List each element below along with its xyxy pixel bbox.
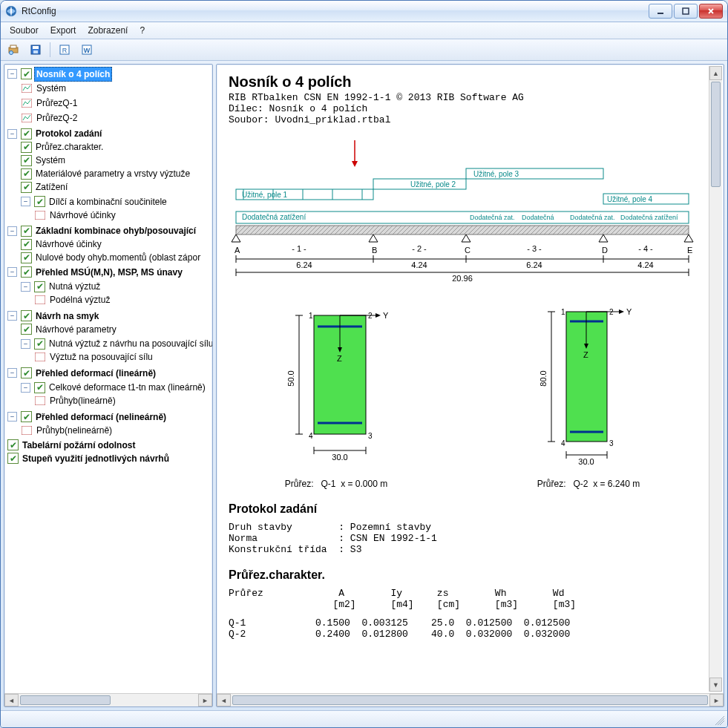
check-icon[interactable]: ✔	[34, 196, 45, 207]
check-icon[interactable]: ✔	[21, 252, 32, 263]
expand-icon[interactable]: −	[21, 383, 30, 393]
scroll-left-icon[interactable]: ◄	[4, 694, 19, 706]
tree-node-root[interactable]: Nosník o 4 polích	[34, 67, 112, 82]
scroll-down-icon[interactable]: ▼	[709, 678, 722, 692]
expand-icon[interactable]: −	[7, 412, 17, 422]
check-icon[interactable]: ✔	[21, 155, 32, 166]
expand-icon[interactable]: −	[7, 311, 17, 321]
check-icon[interactable]: ✔	[21, 168, 32, 180]
tree-node-protokol[interactable]: Protokol zadání	[34, 127, 103, 140]
scroll-up-icon[interactable]: ▲	[709, 66, 722, 80]
tree-node[interactable]: Průhyb(lineárně)	[48, 394, 117, 407]
tree-node[interactable]: Celkové deformace t1-tn max (lineárně)	[47, 381, 207, 394]
svg-marker-97	[619, 309, 624, 314]
menu-file[interactable]: Soubor	[4, 23, 45, 38]
expand-icon[interactable]: −	[21, 197, 30, 206]
close-button[interactable]	[699, 4, 723, 19]
expand-icon[interactable]: −	[7, 129, 17, 139]
svg-text:50.0: 50.0	[286, 370, 295, 386]
tree-node[interactable]: Návrhové účinky	[34, 237, 103, 251]
export-word-button[interactable]: W	[77, 41, 96, 59]
check-icon[interactable]: ✔	[21, 324, 32, 335]
tree-node[interactable]: Průhyb(nelineárně)	[35, 424, 114, 437]
svg-text:Užitné, pole 4: Užitné, pole 4	[607, 195, 653, 203]
resize-grip-icon[interactable]	[712, 713, 724, 725]
tree-node[interactable]: Nutná výztuž z návrhu na posouvající síl…	[47, 337, 212, 350]
scroll-thumb[interactable]	[711, 82, 721, 187]
doc-hscrollbar[interactable]: ◄ ►	[217, 693, 724, 706]
tree-node-msu[interactable]: Přehled MSÚ(M,N), MSP, MS únavy	[34, 266, 184, 279]
tree-pane: − ✔ Nosník o 4 polích Systém PrůřezQ-1 P…	[4, 64, 213, 707]
scroll-left-icon[interactable]: ◄	[217, 694, 231, 706]
expand-icon[interactable]: −	[21, 339, 30, 349]
toolbar-separator	[50, 42, 50, 57]
svg-text:Dodatečná zatížení: Dodatečná zatížení	[242, 213, 306, 221]
expand-icon[interactable]: −	[7, 226, 17, 236]
tree-node-zk[interactable]: Základní kombinace ohyb/posouvající	[34, 224, 197, 237]
expand-icon[interactable]: −	[7, 69, 17, 79]
print-preview-button[interactable]	[4, 41, 23, 59]
check-icon[interactable]: ✔	[21, 411, 32, 422]
tree-node[interactable]: PrůřezQ-1	[35, 96, 79, 110]
menu-help[interactable]: ?	[134, 23, 151, 38]
expand-icon[interactable]: −	[21, 282, 30, 292]
svg-rect-19	[35, 396, 45, 405]
tree-node[interactable]: Nulové body ohyb.momentů (oblast zápor	[34, 251, 202, 264]
scroll-thumb[interactable]	[232, 695, 708, 705]
check-icon[interactable]: ✔	[7, 453, 19, 464]
svg-text:4.24: 4.24	[637, 260, 653, 269]
tree-node[interactable]: Návrhové účinky	[48, 209, 117, 222]
menu-view[interactable]: Zobrazení	[82, 23, 134, 38]
tree-node-pozarni[interactable]: Tabelární požární odolnost	[21, 439, 137, 452]
svg-text:1: 1	[561, 308, 565, 316]
check-icon[interactable]: ✔	[21, 142, 32, 153]
scroll-thumb[interactable]	[20, 695, 111, 705]
check-icon[interactable]: ✔	[21, 226, 32, 237]
export-rtf-button[interactable]: R	[55, 41, 74, 59]
tree-node[interactable]: Materiálové parametry a vrstvy výztuže	[34, 167, 191, 180]
svg-marker-48	[684, 235, 693, 242]
tree-node[interactable]: Systém	[34, 154, 67, 167]
maximize-button[interactable]	[674, 4, 698, 19]
check-icon[interactable]: ✔	[21, 182, 32, 193]
svg-rect-1	[658, 13, 663, 14]
tree-node[interactable]: PrůřezQ-2	[35, 111, 79, 125]
svg-text:80.0: 80.0	[539, 370, 548, 386]
tree-node-stupen[interactable]: Stupeň využití jednotlivých návrhů	[21, 452, 171, 465]
scroll-right-icon[interactable]: ►	[709, 694, 724, 706]
tree-node[interactable]: Výztuž na posouvající sílu	[48, 350, 154, 364]
expand-icon[interactable]: −	[7, 368, 17, 378]
navigation-tree[interactable]: − ✔ Nosník o 4 polích Systém PrůřezQ-1 P…	[4, 65, 212, 693]
check-icon[interactable]: ✔	[7, 439, 19, 450]
check-icon[interactable]: ✔	[34, 382, 45, 393]
tree-node[interactable]: Návrhové parametry	[34, 323, 118, 336]
svg-text:30.0: 30.0	[332, 453, 347, 462]
tree-node-deflin[interactable]: Přehled deformací (lineárně)	[34, 367, 157, 380]
tree-node[interactable]: Podélná výztuž	[48, 293, 111, 306]
doc-h2-prurez: Průřez.charakter.	[229, 568, 698, 582]
tree-hscrollbar[interactable]: ◄ ►	[4, 693, 212, 706]
tree-node-smyk[interactable]: Návrh na smyk	[34, 309, 100, 323]
tree-node[interactable]: Zatížení	[34, 180, 69, 194]
menu-export[interactable]: Export	[45, 23, 82, 38]
check-icon[interactable]: ✔	[34, 338, 45, 350]
tree-node-defnelin[interactable]: Přehled deformací (nelineárně)	[34, 410, 168, 424]
expand-icon[interactable]: −	[7, 267, 17, 277]
svg-text:4: 4	[309, 432, 313, 440]
tree-node[interactable]: Nutná výztuž	[47, 280, 102, 293]
check-icon[interactable]: ✔	[21, 266, 32, 278]
minimize-button[interactable]	[649, 4, 672, 19]
check-icon[interactable]: ✔	[21, 239, 32, 250]
menubar: Soubor Export Zobrazení ?	[1, 22, 727, 39]
save-button[interactable]	[26, 41, 45, 59]
tree-node[interactable]: Průřez.charakter.	[34, 140, 105, 154]
check-icon[interactable]: ✔	[21, 128, 32, 140]
tree-node[interactable]: Systém	[35, 82, 68, 95]
check-icon[interactable]: ✔	[21, 367, 32, 378]
check-icon[interactable]: ✔	[34, 281, 45, 292]
check-icon[interactable]: ✔	[21, 68, 32, 79]
tree-node[interactable]: Dílčí a kombinační součinitele	[47, 195, 168, 209]
doc-vscrollbar[interactable]: ▲ ▼	[709, 66, 722, 692]
check-icon[interactable]: ✔	[21, 310, 32, 321]
scroll-right-icon[interactable]: ►	[198, 694, 212, 706]
